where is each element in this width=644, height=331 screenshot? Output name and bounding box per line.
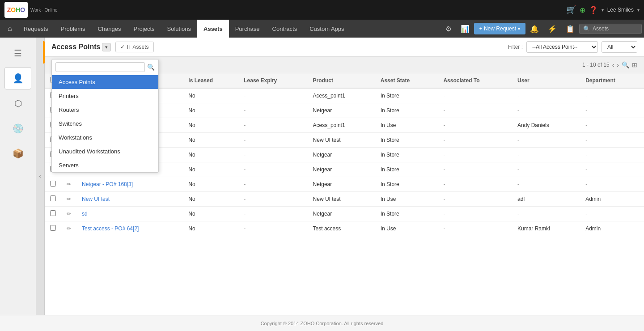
nav-problems[interactable]: Problems — [55, 20, 92, 38]
notification-icon[interactable]: 🔔 — [525, 20, 543, 38]
plus-circle-icon[interactable]: ⊕ — [580, 6, 585, 14]
row-name-link-9[interactable]: Test access - PO# 64[2] — [82, 225, 139, 232]
nav-projects[interactable]: Projects — [127, 20, 161, 38]
dropdown-item-printers[interactable]: Printers — [52, 89, 158, 103]
row-is-leased-6: No — [183, 177, 238, 192]
help-arrow-icon: ▾ — [602, 8, 604, 13]
row-is-leased-3: No — [183, 133, 238, 148]
row-edit-icon-8[interactable]: ✏ — [67, 211, 71, 217]
help-icon[interactable]: ❓ — [589, 6, 598, 14]
sidebar-item-assets[interactable]: 👤 — [4, 67, 31, 89]
settings-icon[interactable]: ⚙ — [441, 20, 456, 38]
row-asset-state-2: In Use — [375, 118, 438, 133]
filter-all-dropdown[interactable]: All Active Inactive — [602, 41, 637, 53]
row-department-6: - — [580, 177, 644, 192]
dropdown-item-access-points[interactable]: Access Points — [52, 75, 158, 89]
row-product-2: Acess_point1 — [308, 118, 375, 133]
page-next-button[interactable]: › — [617, 61, 619, 68]
row-edit-icon-7[interactable]: ✏ — [67, 196, 71, 202]
lightning-icon[interactable]: ⚡ — [543, 20, 561, 38]
page-prev-button[interactable]: ‹ — [612, 61, 614, 68]
search-records-icon[interactable]: 🔍 — [622, 61, 629, 68]
nav-changes[interactable]: Changes — [92, 20, 127, 38]
table-row: ✏ Netgear - PO# 168[3] No - Netgear In S… — [45, 177, 644, 192]
row-asset-state-5: In Store — [375, 162, 438, 177]
sidebar-collapse-toggle[interactable]: ‹ — [36, 38, 45, 315]
dashboard-icon: ☰ — [14, 48, 22, 59]
nav-assets[interactable]: Assets — [197, 20, 229, 38]
sidebar-item-hexagon[interactable]: ⬡ — [4, 92, 31, 115]
row-name-link-8[interactable]: sd — [82, 211, 88, 217]
logo-subtitle: Work · Online — [30, 8, 57, 13]
row-asset-state-3: In Store — [375, 133, 438, 148]
row-checkbox-6[interactable] — [50, 181, 56, 187]
it-assets-button[interactable]: ✓ IT Assets — [115, 42, 153, 52]
table-row: ✏ sd No - Netgear In Store - - - — [45, 207, 644, 221]
top-bar: ZOHO Work · Online 🛒 ⊕ ❓ ▾ Lee Smiles ▾ — [0, 0, 644, 20]
row-asset-state-7: In Use — [375, 192, 438, 207]
dropdown-item-routers[interactable]: Routers — [52, 103, 158, 117]
user-name[interactable]: Lee Smiles — [607, 7, 634, 13]
row-asset-state-8: In Store — [375, 207, 438, 221]
row-name-link-6[interactable]: Netgear - PO# 168[3] — [82, 181, 133, 187]
row-user-3: - — [512, 133, 580, 148]
row-is-leased-2: No — [183, 118, 238, 133]
access-points-dropdown-btn[interactable]: ▾ — [102, 43, 111, 51]
nav-requests[interactable]: Requests — [17, 20, 55, 38]
search-input[interactable] — [593, 25, 633, 32]
row-product-3: New UI test — [308, 133, 375, 148]
row-department-1: - — [580, 103, 644, 118]
row-department-5: - — [580, 162, 644, 177]
row-checkbox-8[interactable] — [50, 210, 56, 216]
sidebar-item-disc[interactable]: 💿 — [4, 117, 31, 140]
row-name-link-7[interactable]: New UI test — [82, 196, 110, 202]
nav-custom-apps[interactable]: Custom Apps — [303, 20, 350, 38]
row-associated-to-4: - — [438, 148, 512, 162]
sidebar-item-box[interactable]: 📦 — [4, 142, 31, 165]
logo-area: ZOHO Work · Online — [4, 2, 57, 18]
dropdown-search-icon: 🔍 — [147, 64, 155, 71]
nav-contracts[interactable]: Contracts — [266, 20, 304, 38]
row-checkbox-7[interactable] — [50, 195, 56, 201]
cart-icon[interactable]: 🛒 — [566, 5, 576, 15]
row-user-5: - — [512, 162, 580, 177]
row-department-8: - — [580, 207, 644, 221]
row-is-leased-5: No — [183, 162, 238, 177]
filter-dropdown[interactable]: --All Access Point-- In Store In Use — [526, 41, 598, 53]
row-edit-icon-9[interactable]: ✏ — [67, 225, 71, 232]
chart-icon[interactable]: 📊 — [456, 20, 474, 38]
pagination-info: 1 - 10 of 15 ‹ › 🔍 ⊞ — [582, 61, 637, 68]
dropdown-search-input[interactable] — [55, 62, 145, 72]
dropdown-item-unaudited-workstations[interactable]: Unaudited Workstations — [52, 144, 158, 158]
check-icon: ✓ — [120, 44, 125, 50]
dropdown-item-servers[interactable]: Servers — [52, 158, 158, 172]
row-lease-expiry-3: - — [238, 133, 307, 148]
dropdown-item-switches[interactable]: Switches — [52, 117, 158, 131]
user-dropdown-arrow[interactable]: ▾ — [637, 8, 640, 13]
nav-home[interactable]: ⌂ — [2, 20, 17, 38]
row-checkbox-9[interactable] — [50, 225, 56, 231]
row-user-1: - — [512, 103, 580, 118]
row-associated-to-9: - — [438, 221, 512, 236]
row-associated-to-2: - — [438, 118, 512, 133]
row-edit-icon-6[interactable]: ✏ — [67, 181, 71, 187]
new-request-button[interactable]: + New Request ▾ — [474, 23, 525, 34]
dropdown-item-workstations[interactable]: Workstations — [52, 131, 158, 144]
list-icon[interactable]: 📋 — [561, 20, 579, 38]
grid-view-icon[interactable]: ⊞ — [632, 61, 637, 68]
row-user-2: Andy Daniels — [512, 118, 580, 133]
box-icon: 📦 — [13, 148, 24, 159]
nav-solutions[interactable]: Solutions — [161, 20, 197, 38]
sidebar-item-dashboard[interactable]: ☰ — [4, 42, 31, 64]
user-icon: 👤 — [13, 73, 24, 84]
global-search-box[interactable]: 🔍 — [579, 24, 642, 34]
footer: Copyright © 2014 ZOHO Corporation. All r… — [0, 315, 644, 331]
row-department-0: - — [580, 88, 644, 103]
row-department-4: - — [580, 148, 644, 162]
content-header: Access Points ▾ ✓ IT Assets Filter : --A… — [45, 38, 644, 57]
filter-label: Filter : — [508, 44, 523, 50]
row-product-7: New UI test — [308, 192, 375, 207]
row-lease-expiry-4: - — [238, 148, 307, 162]
row-lease-expiry-0: - — [238, 88, 307, 103]
nav-purchase[interactable]: Purchase — [229, 20, 266, 38]
